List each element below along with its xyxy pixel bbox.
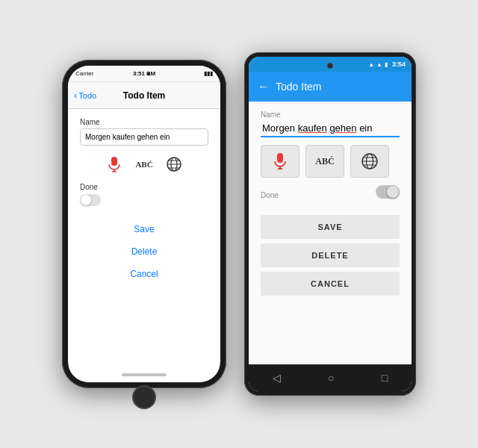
android-nav-back-icon[interactable]: ◁: [273, 372, 281, 384]
ios-content: Name ABĆ: [68, 109, 220, 367]
ios-abc-icon: ABĆ: [135, 160, 152, 169]
android-actionbar: ← Todo Item: [249, 72, 412, 102]
ios-time: 3:51 PM: [133, 70, 155, 77]
android-done-toggle[interactable]: [376, 185, 400, 199]
android-globe-icon: [361, 152, 379, 170]
android-cancel-button[interactable]: CANCEL: [261, 272, 400, 296]
ios-save-button[interactable]: Save: [80, 218, 208, 240]
android-nav-home-icon[interactable]: ○: [328, 372, 334, 384]
ios-carrier: Carrier: [75, 70, 93, 77]
ios-cancel-button[interactable]: Cancel: [80, 263, 208, 285]
android-time: 3:54: [392, 60, 406, 68]
ios-globe-icon: [166, 156, 182, 172]
android-content: Name Morgen kaufen gehen ein ABĆ: [249, 102, 412, 364]
ios-mic-button[interactable]: [103, 153, 125, 175]
android-icons-row: ABĆ: [261, 145, 400, 178]
android-front-camera: [327, 63, 333, 69]
android-nav-recent-icon[interactable]: □: [382, 372, 388, 384]
ios-delete-button[interactable]: Delete: [80, 240, 208, 263]
android-mic-button[interactable]: [261, 145, 299, 178]
android-abc-button[interactable]: ABĆ: [305, 145, 344, 178]
ios-battery-icon: ▮▮▮: [204, 70, 213, 77]
android-mic-icon: [271, 152, 289, 170]
ios-back-label: Todo: [78, 91, 96, 100]
android-name-underline-kaufen: kaufen: [298, 122, 327, 134]
android-screen: ▲ ▲ ▮ 3:54 ← Todo Item Name Morgen kaufe…: [249, 57, 412, 391]
ios-abc-button[interactable]: ABĆ: [133, 153, 155, 175]
ios-back-button[interactable]: ‹ Todo: [74, 90, 96, 101]
android-navbar: ◁ ○ □: [249, 364, 412, 391]
ios-home-indicator: [122, 373, 167, 376]
ios-statusbar: Carrier ▲ 3:51 PM ▮▮▮: [68, 66, 220, 82]
ios-chevron-icon: ‹: [74, 90, 77, 101]
ios-name-label: Name: [80, 118, 208, 126]
android-name-input[interactable]: Morgen kaufen gehen ein: [261, 120, 400, 136]
android-title: Todo Item: [276, 81, 321, 93]
ios-mic-icon: [106, 156, 122, 172]
android-back-button[interactable]: ←: [258, 80, 270, 93]
ios-nav-title: Todo Item: [123, 90, 165, 101]
ios-icons-row: ABĆ: [80, 153, 208, 175]
ios-done-label: Done: [80, 183, 208, 191]
svg-rect-0: [111, 157, 117, 166]
android-signal-icon: ▲: [376, 61, 382, 68]
ios-globe-button[interactable]: [163, 153, 185, 175]
ios-phone: Carrier ▲ 3:51 PM ▮▮▮ ‹ Todo Todo Item N…: [62, 60, 226, 388]
ios-home-button[interactable]: [132, 385, 156, 409]
android-abc-icon: ABĆ: [315, 156, 334, 167]
android-phone: ▲ ▲ ▮ 3:54 ← Todo Item Name Morgen kaufe…: [244, 52, 416, 396]
ios-screen: Carrier ▲ 3:51 PM ▮▮▮ ‹ Todo Todo Item N…: [68, 66, 220, 382]
android-name-label: Name: [261, 111, 400, 119]
ios-home-area: [68, 367, 220, 382]
android-battery-icon: ▮: [385, 61, 388, 68]
android-globe-button[interactable]: [350, 145, 389, 178]
android-name-underline-gehen: gehen: [329, 122, 356, 134]
android-save-button[interactable]: SAVE: [261, 215, 400, 239]
ios-done-toggle[interactable]: [80, 194, 101, 206]
android-done-label: Done: [261, 191, 279, 199]
android-delete-button[interactable]: DELETE: [261, 243, 400, 267]
ios-navbar: ‹ Todo Todo Item: [68, 82, 220, 109]
android-name-input-container: Morgen kaufen gehen ein: [261, 120, 400, 137]
android-wifi-icon: ▲: [368, 61, 374, 68]
svg-rect-8: [277, 153, 283, 163]
ios-name-input[interactable]: [80, 128, 208, 146]
android-status-icons: ▲ ▲ ▮ 3:54: [368, 60, 406, 68]
